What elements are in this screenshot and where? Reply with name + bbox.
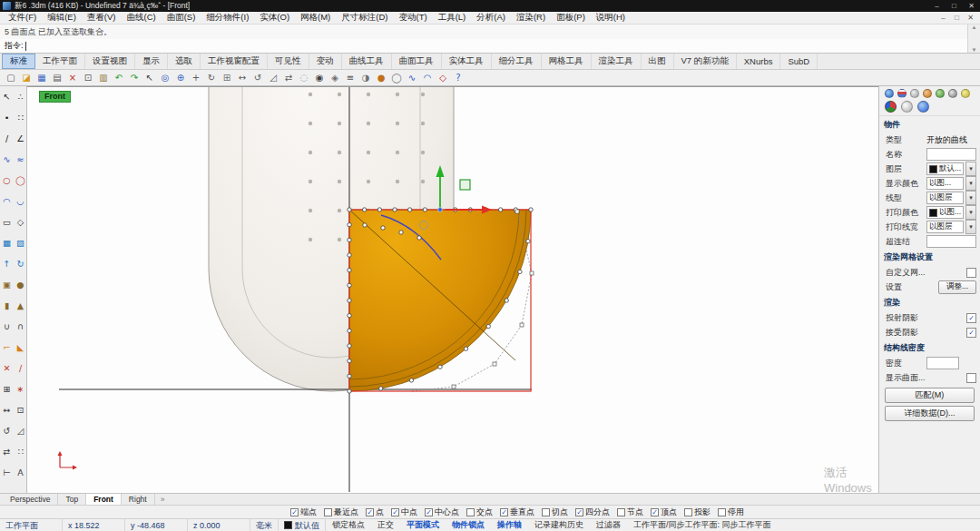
- material-icon[interactable]: [917, 101, 929, 113]
- osnap-checkbox[interactable]: [684, 508, 692, 516]
- zoom-window-icon[interactable]: ⊕: [173, 71, 188, 84]
- toolbar-tab[interactable]: V7 的新功能: [674, 54, 737, 69]
- curve-tool-icon[interactable]: ∿: [405, 71, 419, 84]
- status-toggle[interactable]: 锁定格点: [326, 519, 371, 531]
- viewport-tabs-more-icon[interactable]: »: [155, 495, 171, 504]
- command-scrollbar[interactable]: ▲ ▼: [967, 25, 980, 53]
- osnap-toggle[interactable]: 顶点: [651, 506, 677, 518]
- toolbar-tab[interactable]: 设置视图: [85, 54, 135, 69]
- osnap-toggle[interactable]: 四分点: [575, 506, 610, 518]
- split-icon[interactable]: ∕: [14, 358, 27, 379]
- copy-icon[interactable]: ⊡: [81, 71, 95, 84]
- surface-tool-icon[interactable]: ◠: [420, 71, 435, 84]
- osnap-checkbox[interactable]: [366, 508, 374, 516]
- details-button[interactable]: 详细数据(D)...: [885, 406, 975, 421]
- light-icon[interactable]: [901, 101, 913, 113]
- osnap-toggle[interactable]: 垂直点: [500, 506, 534, 518]
- toolbar-tab[interactable]: 标准: [2, 54, 35, 69]
- object-properties-icon[interactable]: [885, 101, 897, 113]
- osnap-toggle[interactable]: 切点: [542, 506, 568, 518]
- osnap-checkbox[interactable]: [425, 508, 433, 516]
- toolbar-tab[interactable]: 可见性: [268, 54, 309, 69]
- mirror-icon[interactable]: ⇄: [281, 71, 296, 84]
- osnap-toggle[interactable]: 中点: [391, 506, 417, 518]
- osnap-checkbox[interactable]: [542, 508, 550, 516]
- surface-icon[interactable]: ▦: [0, 232, 14, 253]
- curve-icon[interactable]: ∿: [0, 149, 14, 170]
- cut-icon[interactable]: ×: [65, 71, 80, 84]
- toolbar-tab[interactable]: 曲线工具: [342, 54, 392, 69]
- rectangle-icon[interactable]: ▭: [0, 211, 14, 232]
- sphere-icon[interactable]: ●: [14, 274, 27, 295]
- print-color-dropdown-arrow-icon[interactable]: [965, 205, 976, 220]
- grid-snap-icon[interactable]: ⊞: [220, 71, 234, 84]
- layer-dropdown[interactable]: 默认...: [926, 162, 964, 175]
- open-file-icon[interactable]: ◪: [19, 71, 34, 84]
- menu-item[interactable]: 编辑(E): [42, 12, 82, 24]
- arc-icon[interactable]: ◠: [0, 191, 14, 211]
- boolean-intersect-icon[interactable]: ∩: [14, 316, 27, 337]
- status-toggle[interactable]: 平面模式: [400, 519, 446, 531]
- status-toggle[interactable]: 工作平面/同步工作平面: 同步工作平面: [627, 519, 778, 531]
- menu-item[interactable]: 面板(P): [551, 12, 591, 24]
- menu-item[interactable]: 分析(A): [471, 12, 511, 24]
- toolbar-tab[interactable]: 网格工具: [542, 54, 592, 69]
- show-surface-checkbox[interactable]: [966, 373, 976, 383]
- menu-item[interactable]: 文件(F): [3, 12, 42, 24]
- toolbar-tab[interactable]: XNurbs: [737, 54, 781, 69]
- status-toggle[interactable]: 物件锁点: [446, 519, 491, 531]
- undo-icon[interactable]: ↶: [112, 71, 126, 84]
- polygon-icon[interactable]: ◇: [14, 211, 27, 232]
- toolbar-tab[interactable]: 工作视窗配置: [201, 54, 268, 69]
- point-icon[interactable]: •: [0, 107, 14, 128]
- menu-item[interactable]: 工具(L): [433, 12, 472, 24]
- move-icon[interactable]: ↔: [235, 71, 250, 84]
- osnap-checkbox[interactable]: [466, 508, 475, 516]
- scale-icon[interactable]: ◿: [266, 71, 280, 84]
- gumball-origin-handle[interactable]: [438, 208, 443, 212]
- status-toggle[interactable]: 过滤器: [590, 519, 627, 531]
- adjust-button[interactable]: 调整...: [938, 280, 976, 294]
- move-icon[interactable]: ↔: [0, 399, 14, 420]
- corner-surface-icon[interactable]: ▧: [14, 232, 27, 253]
- show-icon[interactable]: ◉: [312, 71, 327, 84]
- dimension-icon[interactable]: ⊢: [0, 462, 14, 483]
- properties-tab-icon[interactable]: [885, 89, 894, 98]
- menu-item[interactable]: 细分物件(I): [201, 12, 254, 24]
- display-color-dropdown[interactable]: 以图...: [926, 177, 964, 190]
- maximize-button[interactable]: □: [946, 0, 963, 12]
- copy-object-icon[interactable]: ⊡: [14, 399, 27, 420]
- toolbar-tab[interactable]: 曲面工具: [392, 54, 442, 69]
- explode-icon[interactable]: ∗: [14, 379, 27, 399]
- print-icon[interactable]: ▤: [50, 71, 64, 84]
- print-width-dropdown-arrow-icon[interactable]: [965, 220, 976, 234]
- toolbar-tab[interactable]: 显示: [135, 54, 168, 69]
- toolbar-tab[interactable]: 细分工具: [492, 54, 542, 69]
- scale-object-icon[interactable]: ◿: [14, 420, 27, 441]
- display-color-dropdown-arrow-icon[interactable]: [965, 176, 976, 191]
- units-cell[interactable]: 毫米: [250, 519, 279, 531]
- menu-item[interactable]: 曲面(S): [162, 12, 201, 24]
- viewport-tab[interactable]: Right: [122, 494, 155, 506]
- menu-item[interactable]: 变动(T): [394, 12, 433, 24]
- toolbar-tab[interactable]: 出图: [642, 54, 674, 69]
- extrude-icon[interactable]: ↑: [0, 253, 14, 274]
- viewport-canvas[interactable]: [27, 87, 878, 494]
- ellipse-icon[interactable]: ◯: [14, 170, 27, 191]
- command-prompt[interactable]: 指令:: [0, 39, 980, 53]
- pan-icon[interactable]: +: [189, 71, 203, 84]
- array-icon[interactable]: ∷: [14, 441, 27, 462]
- menu-item[interactable]: 实体(O): [254, 12, 295, 24]
- menu-item[interactable]: 尺寸标注(D): [336, 12, 393, 24]
- mdi-close-button[interactable]: ✕: [964, 14, 977, 22]
- menu-item[interactable]: 查看(V): [82, 12, 122, 24]
- fillet-icon[interactable]: ⌐: [0, 337, 14, 358]
- osnap-checkbox[interactable]: [290, 508, 299, 516]
- toolbar-tab[interactable]: 渲染工具: [592, 54, 642, 69]
- mirror-object-icon[interactable]: ⇄: [0, 441, 14, 462]
- display-tab-icon[interactable]: [910, 89, 919, 98]
- current-layer-cell[interactable]: 默认值: [279, 519, 326, 531]
- box-icon[interactable]: ▣: [0, 274, 14, 295]
- rotate-object-icon[interactable]: ↺: [0, 420, 14, 441]
- osnap-checkbox[interactable]: [391, 508, 399, 516]
